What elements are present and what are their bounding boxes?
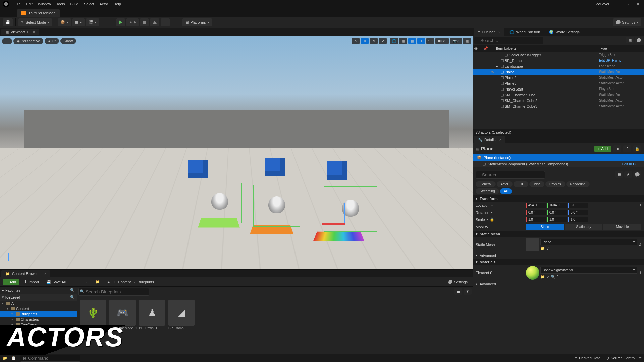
surface-snap-button[interactable]: ▦ [399, 38, 407, 44]
perspective-dropdown[interactable]: ◈ Perspective [13, 38, 43, 44]
filter-physics[interactable]: Physics [545, 181, 565, 187]
expand-icon[interactable]: ▾ [7, 307, 10, 310]
scene-cube[interactable] [188, 160, 208, 178]
grid-snap-value[interactable]: 1 [417, 38, 425, 44]
pin-column-icon[interactable]: 📌 [483, 46, 488, 51]
search-icon[interactable]: 🔍 [70, 295, 75, 299]
camera-speed-button[interactable]: 📷3 [450, 38, 462, 44]
filter-dropdown[interactable]: ▼ [464, 288, 472, 295]
outliner-row[interactable]: 👁◫PlaneStaticMeshActor [473, 69, 644, 75]
eject-button[interactable] [150, 18, 159, 26]
select-tool-button[interactable]: ↖ [352, 38, 360, 44]
browse-asset-icon[interactable]: 📁 [540, 246, 545, 251]
chevron-down-icon[interactable] [557, 275, 559, 276]
details-settings-button[interactable] [633, 171, 641, 178]
menu-edit[interactable]: Edit [26, 2, 33, 6]
folder-row[interactable]: ▾Blueprints [0, 311, 77, 317]
static-mesh-dropdown[interactable]: Plane [540, 239, 637, 245]
play-options-button[interactable]: ⋮ [161, 18, 170, 26]
material-thumbnail[interactable] [526, 266, 539, 280]
lock-scale-icon[interactable]: 🔒 [490, 217, 494, 222]
expand-icon[interactable]: ▸ [496, 64, 499, 68]
cinematics-dropdown[interactable]: 🎬 [86, 18, 99, 26]
viewport-3d[interactable]: ☰ ◈ Perspective ● Lit Show ↖ ✥ ↻ ⤢ 🌐 ▦ ▦… [0, 36, 473, 269]
angle-snap-button[interactable]: 10° [426, 38, 434, 44]
add-component-button[interactable]: + Add [594, 146, 611, 152]
filter-all[interactable]: All [500, 188, 512, 194]
expand-icon[interactable]: ▾ [11, 318, 15, 321]
mesh-thumbnail[interactable] [526, 238, 539, 251]
outliner-row[interactable]: ◫Plane3StaticMeshActor [473, 80, 644, 86]
details-fav-button[interactable]: ★ [624, 171, 632, 178]
scale-y-input[interactable] [547, 217, 567, 222]
outliner-row[interactable]: ◫SM_ChamferCubeStaticMeshActor [473, 92, 644, 98]
close-icon[interactable]: × [499, 138, 501, 142]
play-button[interactable] [116, 18, 125, 26]
material-search-icon[interactable]: 🔍 [551, 275, 555, 279]
minimize-button[interactable]: ─ [613, 1, 620, 7]
category-materials[interactable]: ▾ Materials [473, 259, 644, 265]
menu-help[interactable]: Help [113, 2, 121, 6]
output-log-button[interactable]: 📋 [11, 356, 16, 360]
import-button[interactable]: ⬇ Import [21, 279, 42, 285]
item-label-column[interactable]: Item Label ▴ [496, 46, 516, 51]
content-browser-tab[interactable]: 📁 Content Browser × [1, 270, 50, 277]
close-icon[interactable]: × [44, 272, 46, 276]
rotation-x-input[interactable] [526, 210, 546, 215]
world-partition-tab[interactable]: 🌐 World Partition [505, 28, 544, 36]
history-back-button[interactable]: ← [70, 279, 79, 285]
scale-z-input[interactable] [568, 217, 588, 222]
scene-cube[interactable] [327, 161, 347, 180]
location-y-input[interactable] [547, 203, 567, 208]
details-lock-button[interactable]: 🔒 [633, 145, 641, 152]
details-tab[interactable]: 🔧 Details× [474, 136, 505, 143]
edit-bp-link[interactable]: Edit BP_Ramp [599, 59, 621, 62]
viewport-tab[interactable]: ▦ Viewport 1 × [1, 29, 39, 35]
scene-actor[interactable] [211, 193, 228, 210]
reset-icon[interactable]: ↺ [638, 271, 641, 275]
mobility-movable-button[interactable]: Movable [603, 224, 641, 230]
folder-row[interactable]: ▾All [0, 301, 77, 306]
world-local-toggle[interactable]: 🌐 [390, 38, 398, 44]
category-static-mesh[interactable]: ▾ Static Mesh [473, 231, 644, 237]
gizmo-z-axis[interactable] [344, 203, 345, 223]
outliner-row[interactable]: ◫SM_ChamferCube3StaticMeshActor [473, 103, 644, 109]
close-button[interactable]: ✕ [635, 1, 641, 7]
expand-icon[interactable]: ▾ [2, 302, 5, 305]
platforms-dropdown[interactable]: 🖥 Platforms [182, 18, 212, 26]
component-mesh-row[interactable]: ◫ StaticMeshComponent (StaticMeshCompone… [473, 161, 644, 167]
filter-misc[interactable]: Misc [529, 181, 544, 187]
step-button[interactable] [126, 18, 139, 26]
add-content-dropdown[interactable]: 📦 [58, 18, 71, 26]
grid-snap-button[interactable]: ▦ [408, 38, 416, 44]
details-grid-button[interactable]: ▦ [615, 171, 623, 178]
menu-select[interactable]: Select [84, 2, 94, 6]
location-x-input[interactable] [526, 203, 546, 208]
outliner-row[interactable]: ◫BP_RampEdit BP_Ramp [473, 58, 644, 63]
filter-actor[interactable]: Actor [497, 181, 513, 187]
outliner-row[interactable]: ▸◫LandscapeLandscape [473, 63, 644, 69]
outliner-row[interactable]: ◫SM_ChamferCube2StaticMeshActor [473, 98, 644, 103]
details-hierarchy-button[interactable]: ⊞ [613, 145, 621, 152]
blueprints-dropdown[interactable]: ▦ [72, 18, 85, 26]
menu-build[interactable]: Build [70, 2, 78, 6]
materials-advanced[interactable]: ▸ Advanced [473, 281, 644, 287]
crumb-all[interactable]: All [107, 280, 111, 284]
filter-button[interactable]: ☰ [454, 288, 462, 295]
details-help-button[interactable]: ? [623, 145, 631, 152]
folder-row[interactable]: ▾Characters [0, 317, 77, 322]
console-command-input[interactable] [20, 355, 80, 362]
material-dropdown[interactable]: BoneWeightMaterial [540, 267, 637, 274]
outliner-row[interactable]: ◫Plane2StaticMeshActor [473, 75, 644, 80]
reset-icon[interactable]: ↺ [638, 203, 641, 207]
map-tab[interactable]: ThirdPersonMap [17, 9, 60, 17]
rotation-z-input[interactable] [568, 210, 588, 215]
scene-actor[interactable] [268, 196, 285, 213]
history-forward-button[interactable]: → [82, 279, 91, 285]
stop-button[interactable] [140, 18, 149, 26]
folder-row[interactable]: ▾Content [0, 306, 77, 311]
scene-plane-selected[interactable] [313, 232, 364, 241]
browse-asset-icon[interactable]: 📁 [540, 275, 545, 279]
viewport-menu-button[interactable]: ☰ [2, 38, 12, 44]
menu-tools[interactable]: Tools [56, 2, 65, 6]
